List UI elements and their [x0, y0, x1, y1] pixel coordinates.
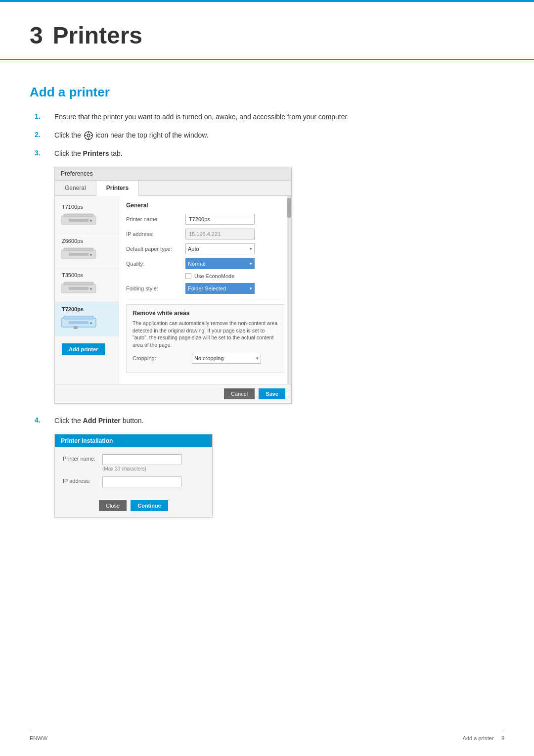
- svg-point-17: [90, 288, 92, 290]
- field-label-ip: IP address:: [126, 231, 185, 237]
- checkbox-row-econoMode: Use EconoMode: [185, 273, 284, 279]
- form-row-paper-type: Default paper type: Auto ▾: [126, 243, 284, 254]
- sidebar-printer-z6600ps[interactable]: Z6600ps: [55, 234, 119, 268]
- chevron-down-icon-folding: ▾: [250, 286, 252, 291]
- form-row-quality: Quality: Normal ▾: [126, 258, 284, 269]
- continue-button[interactable]: Continue: [131, 500, 168, 511]
- field-label-paper-type: Default paper type:: [126, 246, 185, 252]
- step-2-number: 2.: [35, 130, 54, 139]
- install-footer: Close Continue: [55, 497, 212, 517]
- sidebar-printer-t7200ps[interactable]: T7200ps: [55, 302, 119, 336]
- chapter-title: Printers: [53, 22, 142, 49]
- chevron-down-icon-quality: ▾: [250, 261, 252, 266]
- tab-printers[interactable]: Printers: [96, 181, 139, 196]
- svg-rect-15: [69, 287, 89, 290]
- save-button[interactable]: Save: [259, 388, 285, 399]
- page-footer: ENWW Add a printer 9: [30, 731, 504, 741]
- sidebar-printer-t7100ps[interactable]: T7100ps: [55, 200, 119, 234]
- form-row-printer-name: Printer name:: [126, 214, 284, 225]
- close-button[interactable]: Close: [99, 500, 127, 511]
- select-paper-type[interactable]: Auto ▾: [185, 243, 255, 254]
- add-printer-button[interactable]: Add printer: [62, 343, 105, 355]
- form-row-folding: Folding style: Folder Selected ▾: [126, 283, 284, 294]
- scrollbar-thumb: [287, 198, 291, 218]
- select-cropping[interactable]: No cropping ▾: [192, 353, 261, 364]
- cancel-button[interactable]: Cancel: [224, 388, 255, 399]
- form-row-ip: IP address:: [126, 229, 284, 239]
- svg-rect-7: [69, 219, 89, 222]
- chevron-down-icon-cropping: ▾: [256, 356, 259, 361]
- sidebar-printer-t3500ps[interactable]: T3500ps: [55, 268, 119, 302]
- step-1-number: 1.: [35, 112, 54, 120]
- add-printer-area: Add printer: [55, 336, 119, 362]
- main-content: Add a printer 1. Ensure that the printer…: [0, 60, 534, 549]
- footer-right: Add a printer 9: [463, 735, 504, 741]
- step-4-number: 4.: [35, 416, 54, 424]
- remove-white-areas-section: Remove white areas The application can a…: [126, 304, 284, 373]
- step-3: 3. Click the Printers tab.: [35, 148, 504, 159]
- step-3-number: 3.: [35, 148, 54, 157]
- steps-list: 1. Ensure that the printer you want to a…: [35, 112, 504, 518]
- step-4-text: Click the Add Printer button.: [54, 416, 144, 426]
- install-dialog-screenshot: Printer installation Printer name: (Max …: [54, 434, 213, 518]
- chapter-header: 3 Printers: [0, 2, 534, 60]
- select-quality[interactable]: Normal ▾: [185, 258, 255, 269]
- scrollbar[interactable]: [287, 196, 291, 384]
- paper-type-value: Auto: [188, 246, 199, 252]
- field-printer-name[interactable]: [185, 214, 255, 225]
- install-input-name[interactable]: [102, 454, 181, 465]
- field-ip-address: [185, 229, 255, 239]
- field-label-quality: Quality:: [126, 261, 185, 267]
- economode-checkbox[interactable]: [185, 273, 191, 279]
- cropping-value: No cropping: [194, 355, 223, 361]
- pref-sidebar: T7100ps Z6600ps: [55, 196, 119, 384]
- pref-titlebar: Preferences: [55, 167, 291, 181]
- section-heading: Add a printer: [30, 85, 504, 100]
- folding-value: Folder Selected: [188, 285, 226, 291]
- page-number: 9: [501, 735, 504, 741]
- svg-rect-11: [69, 253, 89, 256]
- remove-white-desc: The application can automatically remove…: [133, 320, 278, 349]
- field-label-printer-name: Printer name:: [126, 216, 185, 222]
- panel-general-label: General: [126, 202, 284, 209]
- step-3-text: Click the Printers tab.: [54, 148, 123, 159]
- install-body: Printer name: (Max 20 characters) IP add…: [55, 447, 212, 497]
- quality-value: Normal: [188, 261, 205, 267]
- pref-tabs[interactable]: General Printers: [55, 181, 291, 196]
- chapter-number: 3: [30, 22, 43, 49]
- install-hint-name: (Max 20 characters): [102, 466, 181, 472]
- pref-body: T7100ps Z6600ps: [55, 196, 291, 384]
- form-row-cropping: Cropping: No cropping ▾: [133, 353, 278, 364]
- field-label-cropping: Cropping:: [133, 355, 192, 361]
- footer-right-text: Add a printer: [463, 735, 494, 741]
- svg-rect-20: [64, 316, 93, 319]
- printer-icon-z6600: [59, 246, 98, 264]
- chevron-down-icon: ▾: [250, 246, 252, 251]
- step-2: 2. Click the icon near the top right of …: [35, 130, 504, 141]
- install-label-ip: IP address:: [63, 476, 102, 484]
- svg-rect-12: [64, 248, 93, 251]
- svg-rect-22: [74, 326, 78, 329]
- step-2-text: Click the icon near the top right of the…: [54, 130, 209, 141]
- pref-dialog-footer: Cancel Save: [55, 384, 291, 403]
- tab-general[interactable]: General: [55, 181, 96, 195]
- field-label-folding: Folding style:: [126, 285, 185, 291]
- gear-settings-icon: [84, 131, 93, 140]
- svg-point-21: [90, 322, 92, 324]
- printer-icon-t7100: [59, 212, 98, 230]
- install-title: Printer installation: [61, 437, 113, 444]
- install-row-ip: IP address:: [63, 476, 204, 487]
- select-folding[interactable]: Folder Selected ▾: [185, 283, 255, 294]
- preferences-screenshot: Preferences General Printers T7100ps: [54, 167, 292, 404]
- pref-panel: General Printer name: IP address: Defaul…: [119, 196, 291, 384]
- svg-rect-8: [64, 214, 93, 217]
- svg-point-9: [90, 220, 92, 222]
- install-row-name: Printer name: (Max 20 characters): [63, 454, 204, 472]
- remove-white-title: Remove white areas: [133, 310, 278, 317]
- panel-divider: [126, 299, 284, 299]
- svg-rect-19: [69, 321, 89, 324]
- step-1-text: Ensure that the printer you want to add …: [54, 112, 349, 122]
- install-input-ip[interactable]: [102, 476, 181, 487]
- printer-icon-t7200: [59, 314, 98, 332]
- pref-title: Preferences: [61, 170, 93, 177]
